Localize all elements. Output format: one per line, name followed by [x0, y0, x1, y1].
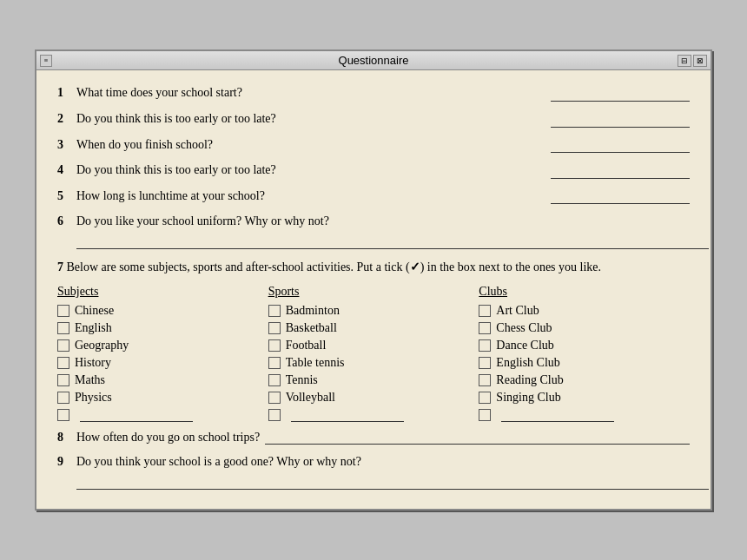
checkbox-danceclub: Dance Club — [479, 339, 690, 352]
checkbox-tabletennis: Table tennis — [268, 356, 479, 370]
checkbox-physics-box[interactable] — [57, 392, 69, 404]
window-body: 1 What time does your school start? 2 Do… — [36, 70, 711, 508]
window-menu-icon[interactable]: ≡ — [40, 55, 52, 67]
checkbox-readingclub-box[interactable] — [479, 374, 491, 386]
q7-intro: 7 Below are some subjects, sports and af… — [57, 258, 690, 276]
q9-num: 9 — [57, 453, 76, 471]
q1-text: What time does your school start? — [76, 84, 542, 102]
checkbox-tennis-box[interactable] — [268, 374, 281, 386]
sports-extra-checkbox[interactable] — [268, 409, 281, 421]
checkbox-football: Football — [268, 339, 479, 352]
checkbox-chinese: Chinese — [57, 304, 268, 318]
question-4: 4 Do you think this is too early or too … — [57, 161, 690, 179]
q9-answer-line — [76, 476, 709, 490]
sports-extra-line — [291, 408, 404, 422]
q7-intro-text: Below are some subjects, sports and afte… — [67, 260, 602, 273]
checkbox-artclub: Art Club — [479, 304, 690, 318]
q8-num: 8 — [57, 431, 76, 445]
checkbox-chessclub: Chess Club — [479, 321, 690, 335]
checkbox-history-label: History — [75, 356, 111, 370]
checkbox-chinese-box[interactable] — [57, 305, 69, 317]
checkbox-english-subj-label: English — [75, 321, 112, 335]
q2-num: 2 — [57, 110, 76, 128]
checkbox-volleyball-box[interactable] — [268, 392, 281, 404]
checkbox-physics-label: Physics — [75, 391, 112, 405]
checkbox-chessclub-label: Chess Club — [496, 321, 552, 335]
checkbox-artclub-label: Art Club — [496, 304, 539, 318]
q2-text: Do you think this is too early or too la… — [76, 110, 542, 128]
checkbox-football-label: Football — [286, 339, 327, 352]
checkbox-basketball-box[interactable] — [268, 322, 281, 334]
q9-text: Do you think your school is a good one? … — [76, 453, 690, 471]
checkbox-maths-label: Maths — [75, 373, 105, 387]
minimize-button[interactable]: ⊟ — [678, 55, 691, 67]
clubs-header: Clubs — [479, 285, 690, 299]
checkbox-tennis-label: Tennis — [286, 373, 318, 387]
checkbox-englishclub-box[interactable] — [479, 357, 491, 369]
q8-answer-line — [265, 431, 690, 445]
checkbox-danceclub-label: Dance Club — [496, 339, 553, 352]
clubs-extra-line — [501, 408, 614, 422]
q5-num: 5 — [57, 188, 76, 205]
checkbox-basketball: Basketball — [268, 321, 479, 335]
subjects-extra-checkbox[interactable] — [57, 409, 69, 421]
checkbox-football-box[interactable] — [268, 339, 281, 352]
checkbox-tabletennis-box[interactable] — [268, 357, 281, 369]
q4-answer-line — [551, 165, 690, 179]
checkbox-english-subj: English — [57, 321, 268, 335]
window-title: Questionnaire — [339, 54, 409, 67]
checkbox-tennis: Tennis — [268, 373, 479, 387]
title-bar-left-icon: ≡ — [40, 55, 52, 67]
checkbox-maths-box[interactable] — [57, 374, 69, 386]
checkbox-danceclub-box[interactable] — [479, 339, 491, 352]
close-button[interactable]: ⊠ — [693, 55, 707, 67]
q6-row: 6 Do you like your school uniform? Why o… — [57, 213, 690, 230]
checkbox-history-box[interactable] — [57, 357, 69, 369]
q9-row: 9 Do you think your school is a good one… — [57, 453, 690, 471]
checkbox-volleyball: Volleyball — [268, 391, 479, 405]
q4-text: Do you think this is too early or too la… — [76, 161, 542, 179]
q3-num: 3 — [57, 136, 76, 154]
question-1: 1 What time does your school start? — [57, 84, 690, 102]
checkbox-readingclub: Reading Club — [479, 373, 690, 387]
question-9: 9 Do you think your school is a good one… — [57, 453, 690, 490]
checkbox-history: History — [57, 356, 268, 370]
checkbox-chessclub-box[interactable] — [479, 322, 491, 334]
title-bar-controls: ⊟ ⊠ — [678, 55, 707, 67]
question-6: 6 Do you like your school uniform? Why o… — [57, 213, 690, 249]
question-3: 3 When do you finish school? — [57, 136, 690, 154]
q5-answer-line — [551, 190, 690, 204]
sports-extra-row — [268, 408, 479, 422]
q6-text: Do you like your school uniform? Why or … — [76, 213, 690, 230]
checkbox-englishclub-label: English Club — [496, 356, 560, 370]
clubs-extra-checkbox[interactable] — [479, 409, 491, 421]
question-7: 7 Below are some subjects, sports and af… — [57, 258, 690, 422]
clubs-column: Clubs Art Club Chess Club Dance Club — [479, 285, 690, 422]
q4-num: 4 — [57, 161, 76, 179]
subjects-extra-row — [57, 408, 268, 422]
checkbox-tabletennis-label: Table tennis — [286, 356, 345, 370]
checkbox-singingclub-label: Singing Club — [496, 391, 560, 405]
checkbox-english-subj-box[interactable] — [57, 322, 69, 334]
sports-column: Sports Badminton Basketball Football — [268, 285, 479, 422]
checkbox-chinese-label: Chinese — [75, 304, 114, 318]
subjects-header: Subjects — [57, 285, 268, 299]
q3-answer-line — [551, 139, 690, 153]
q6-num: 6 — [57, 213, 76, 230]
checkbox-physics: Physics — [57, 391, 268, 405]
sports-header: Sports — [268, 285, 479, 299]
checkbox-artclub-box[interactable] — [479, 305, 491, 317]
q2-answer-line — [551, 114, 690, 128]
checkbox-singingclub: Singing Club — [479, 391, 690, 405]
checkbox-englishclub: English Club — [479, 356, 690, 370]
clubs-extra-row — [479, 408, 690, 422]
q7-columns: Subjects Chinese English Geography — [57, 285, 690, 422]
checkbox-badminton-box[interactable] — [268, 305, 281, 317]
question-2: 2 Do you think this is too early or too … — [57, 110, 690, 128]
checkbox-singingclub-box[interactable] — [479, 392, 491, 404]
checkbox-badminton: Badminton — [268, 304, 479, 318]
subjects-column: Subjects Chinese English Geography — [57, 285, 268, 422]
checkbox-volleyball-label: Volleyball — [286, 391, 335, 405]
q3-text: When do you finish school? — [76, 136, 542, 154]
checkbox-geography-box[interactable] — [57, 339, 69, 352]
